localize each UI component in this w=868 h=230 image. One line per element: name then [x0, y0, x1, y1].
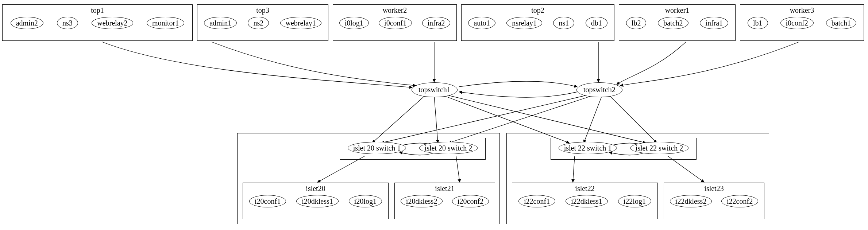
cluster-title: islet22	[512, 183, 657, 194]
graph-node: nsrelay1	[506, 17, 542, 29]
graph-node: monitor1	[147, 17, 184, 29]
graph-node: i22log1	[618, 195, 651, 207]
cluster-islet23: islet23 i22dkless2 i22conf2	[664, 183, 764, 219]
diagram-canvas: top1 admin2 ns3 webrelay2 monitor1 top3 …	[0, 0, 868, 230]
cluster-worker2: worker2 i0log1 i0conf1 infra2	[333, 4, 457, 41]
cluster-title: top3	[197, 5, 328, 15]
graph-node: webrelay2	[92, 17, 133, 29]
graph-node: webrelay1	[280, 17, 321, 29]
cluster-title: top2	[462, 5, 614, 15]
cluster-title: worker3	[740, 5, 864, 15]
cluster-top2: top2 auto1 nsrelay1 ns1 db1	[461, 4, 614, 41]
cluster-islet20-switches: islet 20 switch 1 islet 20 switch 2	[340, 138, 486, 160]
graph-node: infra2	[422, 17, 451, 29]
graph-node: i20conf2	[452, 195, 489, 207]
cluster-islet22: islet22 i22conf1 i22dkless1 i22log1	[512, 183, 658, 219]
cluster-worker1: worker1 lb2 batch2 infra1	[619, 4, 736, 41]
graph-node: i0log1	[339, 17, 369, 29]
graph-node: batch1	[826, 17, 856, 29]
graph-node: i22dkless2	[670, 195, 712, 207]
graph-node: i22conf2	[721, 195, 758, 207]
graph-node: admin1	[204, 17, 237, 29]
cluster-title: top1	[3, 5, 192, 15]
cluster-title: worker1	[619, 5, 735, 15]
graph-node: i22dkless1	[566, 195, 608, 207]
graph-node: admin2	[11, 17, 43, 29]
graph-node: auto1	[468, 17, 495, 29]
cluster-title: worker2	[333, 5, 456, 15]
cluster-islet22-switches: islet 22 switch 1 islet 22 switch 2	[551, 138, 697, 160]
graph-node: islet 20 switch 2	[419, 142, 478, 154]
cluster-top3: top3 admin1 ns2 webrelay1	[197, 4, 328, 41]
cluster-islet20-outer: islet 20 switch 1 islet 20 switch 2 isle…	[237, 133, 500, 224]
cluster-title: islet20	[243, 183, 388, 194]
graph-node: i20dkless2	[401, 195, 443, 207]
graph-node: lb2	[626, 17, 647, 29]
graph-node: infra1	[700, 17, 728, 29]
cluster-title: islet23	[664, 183, 764, 194]
graph-node: ns2	[248, 17, 269, 29]
graph-node: ns3	[57, 17, 78, 29]
graph-node: lb1	[748, 17, 768, 29]
graph-node: i20log1	[349, 195, 382, 207]
node-topswitch1: topswitch1	[412, 82, 458, 97]
graph-node: db1	[586, 17, 607, 29]
graph-node: islet 20 switch 1	[348, 142, 406, 154]
cluster-islet21: islet21 i20dkless2 i20conf2	[394, 183, 495, 219]
graph-node: i20dkless1	[296, 195, 339, 207]
graph-node: i20conf1	[249, 195, 286, 207]
cluster-top1: top1 admin2 ns3 webrelay2 monitor1	[2, 4, 193, 41]
graph-node: ns1	[553, 17, 574, 29]
graph-node: i0conf2	[780, 17, 814, 29]
graph-node: islet 22 switch 1	[559, 142, 617, 154]
graph-node: batch2	[658, 17, 688, 29]
cluster-title: islet21	[395, 183, 495, 194]
cluster-worker3: worker3 lb1 i0conf2 batch1	[740, 4, 864, 41]
cluster-islet20: islet20 i20conf1 i20dkless1 i20log1	[243, 183, 389, 219]
node-topswitch2: topswitch2	[576, 82, 622, 97]
graph-node: islet 22 switch 2	[630, 142, 689, 154]
graph-node: i0conf1	[379, 17, 412, 29]
graph-node: i22conf1	[518, 195, 555, 207]
cluster-islet22-outer: islet 22 switch 1 islet 22 switch 2 isle…	[506, 133, 769, 224]
